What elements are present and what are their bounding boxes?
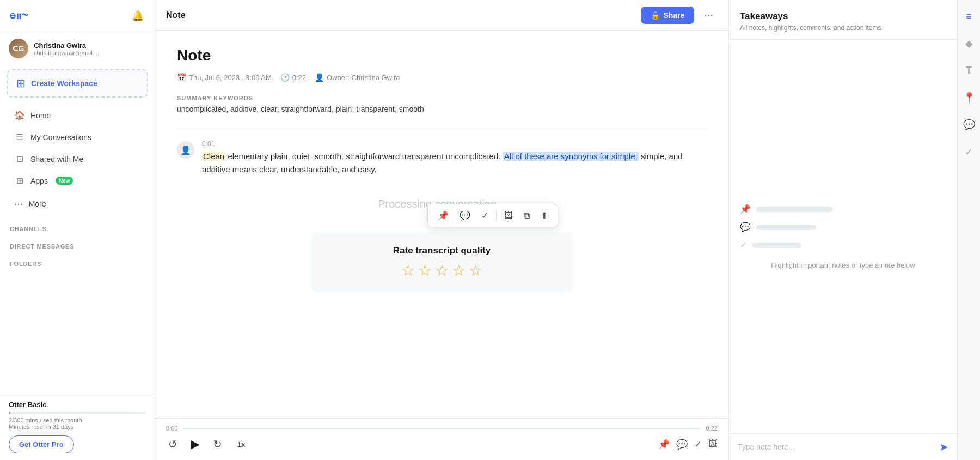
home-icon: 🏠 (14, 110, 25, 120)
transcript-divider (177, 129, 707, 129)
toolbar-divider (496, 210, 497, 221)
channels-section-header: CHANNELS (0, 218, 155, 235)
star-3[interactable]: ☆ (435, 262, 449, 280)
logo (9, 8, 41, 23)
comment-placeholder-icon: 💬 (740, 222, 751, 232)
nav-label-more: More (29, 199, 46, 208)
bookmark-button[interactable]: 📌 (658, 439, 670, 450)
transcript-segment-1: elementary plain, quiet, smooth, straigh… (228, 152, 503, 161)
nav-label-shared: Shared with Me (30, 155, 83, 164)
rate-transcript-title: Rate transcript quality (324, 245, 560, 256)
right-panel-body: 📌 💬 ✓ Highlight important notes or type … (729, 40, 957, 433)
player-progress: 0:00 0:22 (166, 425, 718, 432)
calendar-icon: 📅 (177, 73, 186, 82)
star-4[interactable]: ☆ (452, 262, 465, 280)
forward-button[interactable]: ↻ (211, 435, 224, 453)
takeaway-line-2 (756, 225, 816, 230)
screenshot-button[interactable]: 🖼 (708, 439, 718, 450)
sidebar: 🔔 CG Christina Gwira christina.gwira@gma… (0, 0, 155, 460)
play-button[interactable]: ▶ (188, 435, 202, 453)
check-circle-icon[interactable]: ✓ (963, 144, 975, 160)
sidebar-header: 🔔 (0, 0, 155, 32)
notification-bell[interactable]: 🔔 (130, 8, 146, 24)
total-time: 0:22 (706, 425, 718, 432)
rate-transcript-card: Rate transcript quality ☆ ☆ ☆ ☆ ☆ (311, 232, 573, 293)
toolbar-copy-button[interactable]: ⧉ (519, 208, 534, 223)
person-icon: 👤 (315, 73, 324, 82)
note-area: Note 📅 Thu, Jul 6, 2023 . 3:09 AM 🕐 0:22… (155, 31, 728, 418)
summary-section: SUMMARY KEYWORDS uncomplicated, additive… (177, 95, 707, 113)
user-name: Christina Gwira (34, 41, 99, 50)
direct-messages-section-header: DIRECT MESSAGES (0, 235, 155, 253)
plan-name: Otter Basic (9, 401, 146, 409)
rewind-button[interactable]: ↺ (166, 435, 180, 453)
highlighted-word: Clean (202, 152, 225, 161)
toolbar-comment-button[interactable]: 💬 (455, 208, 475, 223)
shared-icon: ⊡ (14, 154, 25, 164)
player-controls: ↺ ▶ ↻ 1x 📌 💬 ✓ 🖼 (166, 435, 718, 453)
audio-player: 0:00 0:22 ↺ ▶ ↻ 1x 📌 💬 ✓ 🖼 (155, 418, 728, 460)
summary-label: SUMMARY KEYWORDS (177, 95, 707, 101)
get-otter-pro-button[interactable]: Get Otter Pro (9, 435, 74, 453)
user-profile[interactable]: CG Christina Gwira christina.gwira@gmail… (0, 32, 155, 65)
clock-icon: 🕐 (280, 73, 290, 82)
nav-label-apps: Apps (30, 177, 48, 185)
comment-button[interactable]: 💬 (676, 439, 688, 450)
svg-rect-1 (11, 14, 15, 15)
create-workspace-button[interactable]: ⊞ Create Workspace (7, 69, 148, 98)
create-workspace-label: Create Workspace (31, 79, 97, 88)
toolbar-share-button[interactable]: ⬆ (536, 208, 552, 223)
topbar-title: Note (166, 10, 186, 20)
toolbar-check-button[interactable]: ✓ (477, 208, 493, 223)
svg-rect-4 (20, 14, 21, 20)
floating-toolbar: 📌 💬 ✓ 🖼 ⧉ ⬆ (427, 204, 558, 227)
send-icon: ➤ (939, 441, 948, 453)
sidebar-item-more[interactable]: ··· More (4, 192, 150, 215)
share-button[interactable]: 🔒 Share (641, 7, 694, 24)
star-5[interactable]: ☆ (469, 262, 482, 280)
sidebar-footer: Otter Basic 2/300 mins used this month M… (0, 394, 155, 460)
takeaway-line-3 (752, 243, 801, 248)
toolbar-image-button[interactable]: 🖼 (500, 208, 517, 223)
transcript-entry: 👤 0:01 Clean elementary plain, quiet, sm… (177, 140, 707, 176)
sidebar-item-shared-with-me[interactable]: ⊡ Shared with Me (4, 148, 150, 170)
far-right-panel: ≡ ◆ T 📍 💬 ✓ (957, 0, 980, 460)
nav-label-home: Home (30, 111, 51, 120)
sidebar-item-apps[interactable]: ⊞ Apps New (4, 170, 150, 191)
progress-bar[interactable] (183, 428, 700, 429)
current-time: 0:00 (166, 425, 177, 432)
plan-reset-text: Minutes reset in 31 days (9, 423, 146, 430)
svg-rect-3 (17, 14, 19, 20)
apps-new-badge: New (56, 177, 74, 185)
user-info: Christina Gwira christina.gwira@gmail...… (34, 41, 99, 56)
note-input-field[interactable] (738, 443, 934, 451)
right-panel-subtitle: All notes, highlights, comments, and act… (740, 24, 946, 32)
main-content: Note 🔒 Share ··· Note 📅 Thu, Jul 6, 2023… (155, 0, 728, 460)
user-email: christina.gwira@gmail.... (34, 50, 99, 56)
toolbar-pin-button[interactable]: 📌 (433, 208, 453, 223)
workspace-icon: ⊞ (16, 77, 26, 90)
send-note-button[interactable]: ➤ (939, 440, 948, 453)
check-button[interactable]: ✓ (694, 439, 702, 450)
star-2[interactable]: ☆ (418, 262, 432, 280)
conversations-icon: ☰ (14, 132, 25, 142)
player-right-controls: 📌 💬 ✓ 🖼 (658, 439, 718, 450)
comments-icon[interactable]: 💬 (961, 117, 977, 133)
speed-button[interactable]: 1x (233, 438, 249, 451)
more-options-button[interactable]: ··· (700, 7, 718, 23)
apps-icon: ⊞ (14, 175, 25, 186)
takeaway-row-3: ✓ (740, 240, 801, 250)
avatar: CG (9, 39, 28, 58)
location-pin-icon[interactable]: 📍 (961, 89, 977, 106)
check-placeholder-icon: ✓ (740, 240, 747, 250)
summary-keywords: uncomplicated, additive, clear, straight… (177, 105, 707, 113)
star-rating: ☆ ☆ ☆ ☆ ☆ (324, 262, 560, 280)
list-view-icon[interactable]: ≡ (964, 9, 974, 25)
text-size-icon[interactable]: T (964, 63, 974, 78)
star-1[interactable]: ☆ (401, 262, 415, 280)
diamond-icon[interactable]: ◆ (963, 35, 975, 52)
lock-icon: 🔒 (651, 11, 660, 20)
sidebar-item-home[interactable]: 🏠 Home (4, 105, 150, 126)
transcript-text: Clean elementary plain, quiet, smooth, s… (202, 150, 707, 176)
sidebar-item-my-conversations[interactable]: ☰ My Conversations (4, 126, 150, 148)
